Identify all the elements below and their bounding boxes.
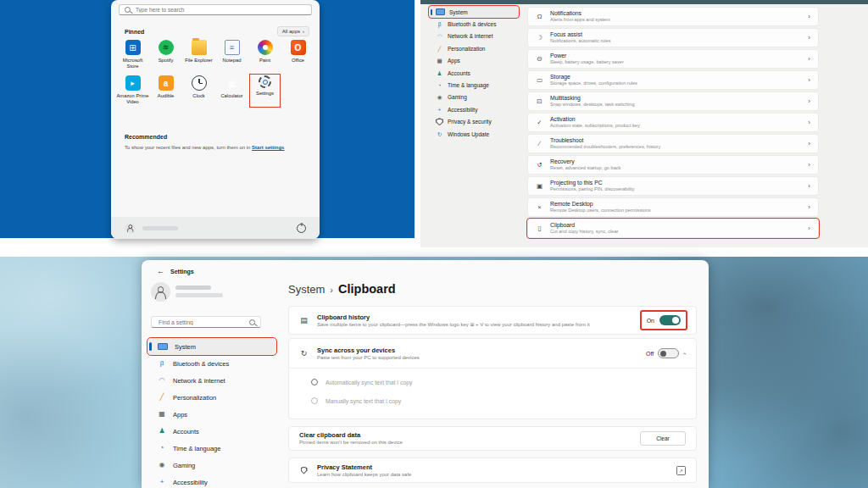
user-avatar-icon[interactable] bbox=[125, 223, 136, 234]
sync-option-automatically-sync-text-that-i-copy[interactable]: Automatically sync text that I copy bbox=[311, 379, 696, 385]
sync-option-manually-sync-text-that-i-copy[interactable]: Manually sync text that I copy bbox=[311, 397, 696, 404]
system-icon bbox=[158, 343, 168, 350]
user-avatar[interactable] bbox=[151, 282, 170, 302]
app-tile-spotify[interactable]: ≋Spotify bbox=[149, 37, 182, 73]
sidebar-item-accounts[interactable]: ♟Accounts bbox=[429, 67, 519, 79]
chevron-right-icon: › bbox=[808, 97, 810, 105]
all-apps-button[interactable]: All apps › bbox=[277, 26, 309, 36]
row-subtitle: Recommended troubleshooters, preferences… bbox=[550, 144, 660, 150]
sidebar-item-label: Time & language bbox=[173, 445, 220, 452]
sync-toggle[interactable] bbox=[658, 348, 679, 358]
sidebar-item-accounts[interactable]: ♟Accounts bbox=[147, 423, 276, 440]
settings-row-clipboard[interactable]: ▯ClipboardCut and copy history, sync, cl… bbox=[527, 219, 819, 238]
start-menu-footer bbox=[111, 217, 320, 239]
settings-row-troubleshoot[interactable]: ∕TroubleshootRecommended troubleshooters… bbox=[527, 134, 819, 153]
chevron-right-icon: › bbox=[808, 203, 810, 211]
start-search-bar[interactable] bbox=[119, 4, 312, 15]
clear-clipboard-card: Clear clipboard data Pinned items won't … bbox=[288, 426, 697, 451]
chevron-right-icon: › bbox=[808, 55, 810, 63]
sidebar-item-network-internet[interactable]: ◠Network & internet bbox=[147, 372, 276, 389]
settings-row-activation[interactable]: ✓ActivationActivation state, subscriptio… bbox=[527, 113, 819, 132]
settings-row-recovery[interactable]: ↺RecoveryReset, advanced startup, go bac… bbox=[527, 155, 819, 175]
row-title: Clipboard bbox=[550, 222, 618, 229]
sidebar-item-gaming[interactable]: ◉Gaming bbox=[147, 457, 276, 474]
row-subtitle: Snap windows, desktops, task switching bbox=[550, 102, 635, 108]
app-tile-notepad[interactable]: ≡Notepad bbox=[215, 37, 248, 73]
bluetooth-icon: β bbox=[436, 20, 443, 28]
app-tile-calculator[interactable]: ▦Calculator bbox=[215, 73, 248, 108]
sidebar-item-accessibility[interactable]: +Accessibility bbox=[147, 474, 276, 488]
clipboard-history-toggle[interactable] bbox=[659, 315, 681, 325]
system-settings-list: ΩNotificationsAlerts from apps and syste… bbox=[527, 7, 819, 240]
settings-row-remote-desktop[interactable]: ×Remote DesktopRemote Desktop users, con… bbox=[527, 197, 819, 217]
sidebar-item-label: Time & language bbox=[448, 82, 489, 88]
settings-row-focus-assist[interactable]: ☽Focus assistNotifications, automatic ru… bbox=[527, 28, 819, 47]
radio-button[interactable] bbox=[311, 379, 318, 385]
row-subtitle: Reset, advanced startup, go back bbox=[550, 165, 620, 171]
external-link-icon[interactable]: ↗ bbox=[676, 466, 686, 475]
redacted-user-email bbox=[175, 293, 223, 297]
app-tile-office[interactable]: OOffice bbox=[281, 37, 314, 73]
sidebar-item-privacy-security[interactable]: Privacy & security bbox=[429, 116, 519, 128]
app-label: Office bbox=[282, 58, 314, 64]
sidebar-item-apps[interactable]: ▦Apps bbox=[147, 406, 276, 423]
chevron-right-icon: › bbox=[808, 140, 810, 147]
spotify-app-icon: ≋ bbox=[159, 40, 174, 55]
back-arrow-icon[interactable]: ← bbox=[157, 267, 164, 275]
sidebar-item-gaming[interactable]: ◉Gaming bbox=[429, 92, 519, 103]
settings-row-notifications[interactable]: ΩNotificationsAlerts from apps and syste… bbox=[527, 7, 819, 26]
privacy-subtitle: Learn how clipboard keeps your data safe bbox=[317, 471, 411, 478]
sidebar-item-time-language[interactable]: ◔Time & language bbox=[147, 440, 276, 457]
find-setting-box[interactable] bbox=[151, 316, 261, 328]
sidebar-item-windows-update[interactable]: ↻Windows Update bbox=[429, 128, 519, 140]
app-tile-settings[interactable]: Settings bbox=[248, 73, 281, 108]
bluetooth-icon: β bbox=[158, 359, 166, 368]
sidebar-item-personalization[interactable]: ╱Personalization bbox=[147, 389, 276, 406]
app-tile-audible[interactable]: aAudible bbox=[149, 73, 182, 108]
pinned-heading: Pinned bbox=[125, 29, 144, 35]
settings-row-storage[interactable]: ▭StorageStorage space, drives, configura… bbox=[527, 70, 819, 90]
clock-app-icon bbox=[192, 75, 207, 91]
settings-row-power[interactable]: ΘPowerSleep, battery usage, battery save… bbox=[527, 49, 819, 69]
find-setting-input[interactable] bbox=[157, 319, 246, 326]
row-title: Troubleshoot bbox=[550, 137, 660, 144]
desktop-background: Pinned All apps › ⊞Microsoft Store≋Spoti… bbox=[0, 0, 415, 238]
sidebar-item-time-language[interactable]: ◔Time & language bbox=[429, 79, 519, 91]
sidebar-item-bluetooth-devices[interactable]: βBluetooth & devices bbox=[429, 18, 519, 30]
settings-row-multitasking[interactable]: ⊡MultitaskingSnap windows, desktops, tas… bbox=[527, 92, 819, 111]
app-label: Settings bbox=[249, 91, 281, 97]
sidebar-item-label: Personalization bbox=[173, 394, 216, 402]
sidebar-item-label: System bbox=[449, 9, 468, 15]
radio-button[interactable] bbox=[311, 397, 318, 404]
app-tile-microsoft-store[interactable]: ⊞Microsoft Store bbox=[116, 37, 149, 73]
sidebar-item-network-internet[interactable]: ◠Network & internet bbox=[429, 30, 519, 42]
prime-app-icon: ▸ bbox=[125, 75, 141, 91]
sidebar-item-system[interactable]: System bbox=[429, 6, 519, 18]
sidebar-item-apps[interactable]: ▦Apps bbox=[429, 55, 519, 67]
chevron-right-icon: › bbox=[808, 182, 810, 190]
projecting-to-this-pc-icon: ▣ bbox=[536, 182, 543, 190]
start-settings-link[interactable]: Start settings bbox=[252, 145, 284, 150]
app-tile-clock[interactable]: Clock bbox=[182, 73, 215, 108]
time-icon: ◔ bbox=[436, 81, 443, 89]
app-tile-amazon-prime-video[interactable]: ▸Amazon Prime Video bbox=[116, 73, 149, 108]
sync-subtitle: Paste text from your PC to supported dev… bbox=[317, 354, 420, 361]
app-tile-file-explorer[interactable]: File Explorer bbox=[182, 37, 215, 73]
settings-row-projecting-to-this-pc[interactable]: ▣Projecting to this PCPermissions, pairi… bbox=[527, 176, 819, 196]
sidebar-item-accessibility[interactable]: +Accessibility bbox=[429, 103, 519, 115]
sidebar-item-personalization[interactable]: ╱Personalization bbox=[429, 42, 519, 54]
network-icon: ◠ bbox=[158, 376, 166, 385]
sidebar-item-system[interactable]: System bbox=[147, 338, 276, 355]
breadcrumb-system[interactable]: System bbox=[288, 283, 325, 296]
pinned-apps-grid: ⊞Microsoft Store≋SpotifyFile Explorer≡No… bbox=[116, 37, 314, 108]
chevron-up-icon[interactable]: › bbox=[681, 352, 688, 355]
privacy-statement-card[interactable]: Privacy Statement Learn how clipboard ke… bbox=[288, 458, 697, 483]
clear-button[interactable]: Clear bbox=[640, 431, 686, 446]
start-search-input[interactable] bbox=[134, 6, 306, 14]
app-tile-paint[interactable]: Paint bbox=[248, 37, 281, 73]
sync-title: Sync across your devices bbox=[317, 347, 420, 354]
power-icon[interactable] bbox=[297, 224, 306, 233]
redacted-user-name bbox=[175, 286, 211, 290]
sidebar-item-bluetooth-devices[interactable]: βBluetooth & devices bbox=[147, 355, 276, 372]
multitasking-icon: ⊡ bbox=[536, 97, 543, 105]
